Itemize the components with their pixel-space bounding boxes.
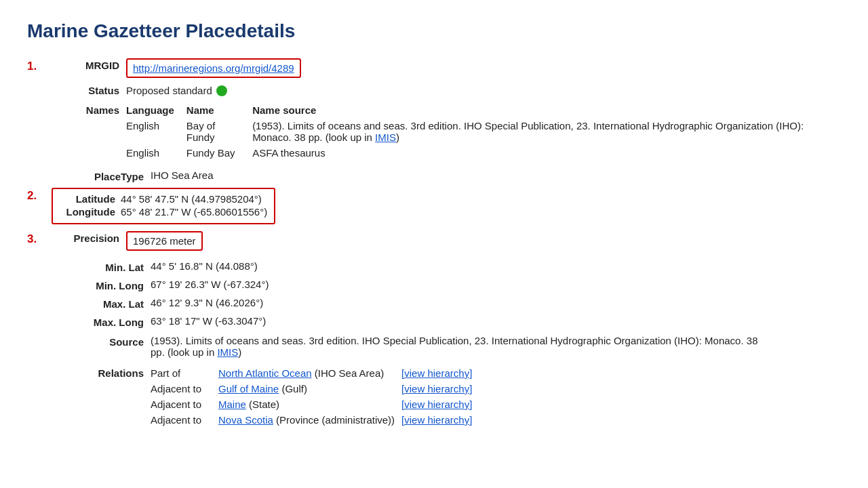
name-value: Bay of Fundy (186, 119, 252, 146)
relation-row: Adjacent toGulf of Maine (Gulf)[view hie… (151, 382, 479, 397)
placetype-label: PlaceType (52, 169, 151, 182)
relation-view-hierarchy: [view hierarchy] (401, 397, 479, 413)
relation-name-link[interactable]: Gulf of Maine (218, 383, 279, 394)
latitude-label: Latitude (60, 193, 121, 205)
step3-num: 3. (27, 231, 52, 246)
coord-box: Latitude 44° 58' 47.5" N (44.97985204°) … (52, 188, 275, 224)
names-table-row: EnglishBay of Fundy(1953). Limits of oce… (126, 119, 841, 146)
proposed-standard-icon (216, 85, 227, 96)
mrgid-section: 1. MRGID http://marineregions.org/mrgid/… (27, 58, 841, 78)
step2-num: 2. (27, 188, 52, 203)
name-value: Fundy Bay (186, 146, 252, 161)
relation-type: Adjacent to (151, 382, 218, 397)
relation-type: Part of (151, 366, 218, 382)
max-lat-row: Max. Lat 46° 12' 9.3" N (46.2026°) (27, 297, 841, 310)
names-label: Names (52, 103, 126, 116)
mrgid-box: http://marineregions.org/mrgid/4289 (126, 58, 301, 78)
precision-value-container: 196726 meter (126, 231, 841, 251)
longitude-row: Longitude 65° 48' 21.7" W (-65.80601556°… (60, 206, 267, 218)
min-long-row: Min. Long 67° 19' 26.3" W (-67.324°) (27, 279, 841, 291)
relation-type: Adjacent to (151, 413, 218, 428)
relation-view-hierarchy: [view hierarchy] (401, 382, 479, 397)
precision-section: 3. Precision 196726 meter (27, 231, 841, 251)
min-long-value: 67° 19' 26.3" W (-67.324°) (151, 279, 269, 290)
precision-label: Precision (52, 231, 126, 244)
latitude-value: 44° 58' 47.5" N (44.97985204°) (121, 193, 262, 205)
col-name-source: Name source (252, 103, 841, 119)
relation-name: Nova Scotia (Province (administrative)) (218, 413, 401, 428)
min-long-label: Min. Long (52, 279, 151, 291)
max-long-row: Max. Long 63° 18' 17" W (-63.3047°) (27, 315, 841, 328)
precision-box: 196726 meter (126, 231, 203, 251)
view-hierarchy-link[interactable]: [view hierarchy] (401, 367, 472, 379)
source-imis-link[interactable]: IMIS (217, 346, 238, 358)
placetype-row: PlaceType IHO Sea Area (27, 169, 841, 182)
step1-num: 1. (27, 58, 52, 73)
latlong-section: 2. Latitude 44° 58' 47.5" N (44.97985204… (27, 188, 841, 224)
source-value: (1953). Limits of oceans and seas. 3rd e… (151, 335, 761, 358)
longitude-value: 65° 48' 21.7" W (-65.80601556°) (121, 206, 267, 218)
names-section: Names Language Name Name source EnglishB… (27, 103, 841, 161)
longitude-label: Longitude (60, 206, 121, 218)
max-lat-value: 46° 12' 9.3" N (46.2026°) (151, 297, 263, 308)
min-lat-label: Min. Lat (52, 260, 151, 273)
relation-name: Maine (State) (218, 397, 401, 413)
page-title: Marine Gazetteer Placedetails (27, 20, 841, 42)
relation-row: Part ofNorth Atlantic Ocean (IHO Sea Are… (151, 366, 479, 382)
view-hierarchy-link[interactable]: [view hierarchy] (401, 414, 472, 426)
name-language: English (126, 119, 186, 146)
source-text: (1953). Limits of oceans and seas. 3rd e… (151, 335, 757, 358)
relation-name-link[interactable]: North Atlantic Ocean (218, 367, 312, 379)
relation-name: North Atlantic Ocean (IHO Sea Area) (218, 366, 401, 382)
max-lat-label: Max. Lat (52, 297, 151, 310)
mrgid-label: MRGID (52, 58, 126, 71)
relation-name-link[interactable]: Maine (218, 399, 246, 410)
mrgid-value: http://marineregions.org/mrgid/4289 (126, 58, 841, 78)
relation-name-link[interactable]: Nova Scotia (218, 414, 273, 426)
relation-type: Adjacent to (151, 397, 218, 413)
status-row: Status Proposed standard (27, 85, 841, 96)
source-row: Source (1953). Limits of oceans and seas… (27, 335, 841, 358)
view-hierarchy-link[interactable]: [view hierarchy] (401, 399, 472, 410)
relation-row: Adjacent toMaine (State)[view hierarchy] (151, 397, 479, 413)
status-label: Status (52, 85, 126, 96)
min-lat-value: 44° 5' 16.8" N (44.088°) (151, 260, 258, 272)
status-value: Proposed standard (126, 85, 212, 96)
name-source-link[interactable]: IMIS (375, 131, 396, 143)
names-table: Language Name Name source EnglishBay of … (126, 103, 841, 161)
max-long-label: Max. Long (52, 315, 151, 328)
names-table-row: EnglishFundy BayASFA thesaurus (126, 146, 841, 161)
relations-table: Part ofNorth Atlantic Ocean (IHO Sea Are… (151, 366, 479, 428)
relations-label: Relations (52, 366, 151, 379)
name-source: (1953). Limits of oceans and seas. 3rd e… (252, 119, 841, 146)
col-language: Language (126, 103, 186, 119)
latitude-row: Latitude 44° 58' 47.5" N (44.97985204°) (60, 193, 267, 205)
source-label: Source (52, 335, 151, 348)
source-end: ) (238, 346, 241, 358)
placetype-value: IHO Sea Area (151, 169, 214, 181)
relation-name: Gulf of Maine (Gulf) (218, 382, 401, 397)
min-lat-row: Min. Lat 44° 5' 16.8" N (44.088°) (27, 260, 841, 273)
relation-view-hierarchy: [view hierarchy] (401, 366, 479, 382)
name-language: English (126, 146, 186, 161)
view-hierarchy-link[interactable]: [view hierarchy] (401, 383, 472, 394)
name-source: ASFA thesaurus (252, 146, 841, 161)
relation-row: Adjacent toNova Scotia (Province (admini… (151, 413, 479, 428)
relations-section: Relations Part ofNorth Atlantic Ocean (I… (27, 366, 841, 428)
col-name: Name (186, 103, 252, 119)
mrgid-link[interactable]: http://marineregions.org/mrgid/4289 (133, 62, 294, 74)
max-long-value: 63° 18' 17" W (-63.3047°) (151, 315, 266, 327)
relation-view-hierarchy: [view hierarchy] (401, 413, 479, 428)
